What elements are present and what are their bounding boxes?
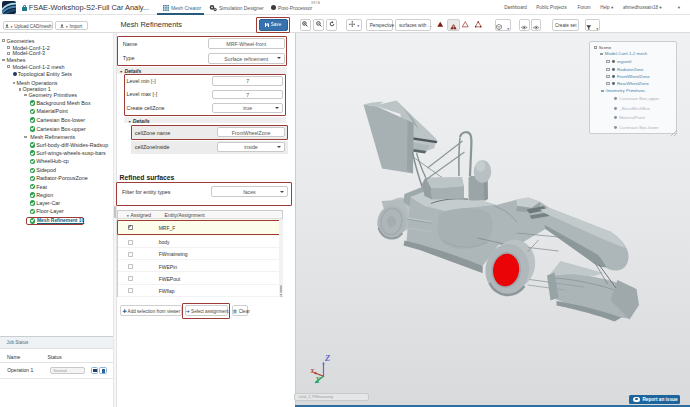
svg-text:X: X xyxy=(309,367,315,374)
svg-text:Z: Z xyxy=(324,353,330,363)
svg-text:Y: Y xyxy=(315,376,321,385)
